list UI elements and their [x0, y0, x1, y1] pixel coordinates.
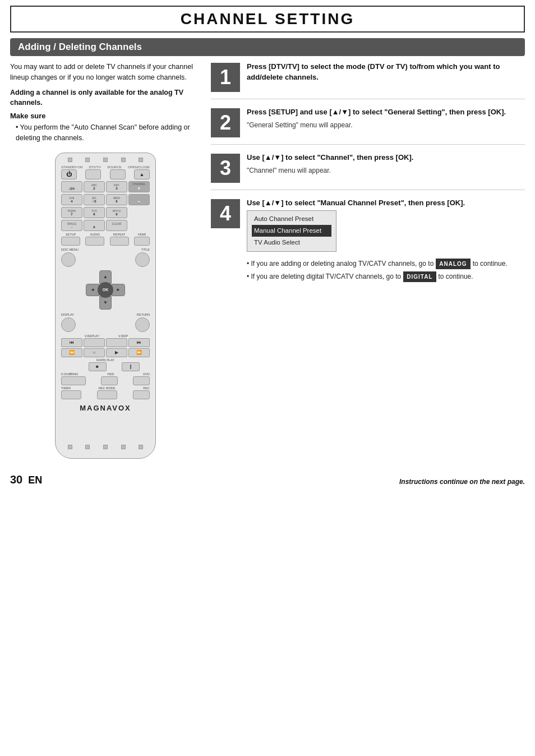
step-3-number: 3	[211, 154, 240, 183]
dpad-down-btn[interactable]: ▼	[99, 296, 112, 310]
step-1-block: 1 Press [DTV/TV] to select the mode (DTV…	[211, 62, 525, 99]
dtv-tv-btn[interactable]	[85, 169, 101, 179]
dvd-btn[interactable]	[133, 376, 150, 385]
note-analog-after: to continue.	[473, 259, 508, 269]
dot	[85, 158, 90, 162]
timer-btn[interactable]	[61, 390, 81, 399]
numpad-4-btn[interactable]: GHI 4	[61, 194, 82, 205]
bold-note: Adding a channel is only available for t…	[10, 87, 201, 109]
transport-row2: ⏪ ○ ▶ ⏩	[61, 348, 150, 357]
note-analog-before: • If you are adding or deleting analog T…	[247, 259, 433, 269]
step-4-content: Use [▲/▼] to select "Manual Channel Pres…	[247, 198, 525, 284]
rec-mode-btn[interactable]	[97, 390, 117, 399]
play-btn[interactable]: ▶	[106, 348, 127, 357]
step-1-content: Press [DTV/TV] to select the mode (DTV o…	[247, 62, 525, 85]
remote-brand: MAGNAVOX	[61, 404, 150, 412]
setup-label: SETUP	[66, 233, 76, 236]
note-digital-before: • If you are deleting digital TV/CATV ch…	[247, 271, 401, 282]
clear-btn[interactable]: CLEAR	[106, 220, 127, 231]
display-return-labels: DISPLAY RETURN	[61, 313, 150, 316]
rec-btn[interactable]	[133, 390, 150, 399]
remote-top-dots	[61, 158, 150, 162]
vreplay-btn[interactable]	[84, 338, 105, 347]
make-sure-heading: Make sure	[10, 112, 201, 120]
display-return-row	[61, 317, 150, 332]
dubbing-btn[interactable]	[61, 376, 86, 385]
numpad-row2: GHI 4 JKL ○5 MNO 6 –	[61, 194, 150, 205]
numpad-empty2-btn	[128, 220, 150, 231]
dot	[85, 445, 90, 449]
prev-btn[interactable]: ⏮	[61, 338, 82, 347]
note-digital-after: to continue.	[439, 271, 473, 282]
page-footer: 30 EN Instructions continue on the next …	[10, 470, 525, 486]
dubbing-labels: D.DUBBING HDD DVD	[61, 372, 150, 376]
numpad-empty-btn	[128, 207, 150, 218]
open-close-btn[interactable]: ▲	[134, 169, 150, 179]
main-content: You may want to add or delete TV channel…	[10, 62, 525, 459]
intro-text: You may want to add or delete TV channel…	[10, 62, 201, 83]
numpad-dot-btn[interactable]: .@±	[61, 181, 82, 192]
step-3-sub: "Channel" menu will appear.	[247, 167, 331, 174]
step-3-block: 3 Use [▲/▼] to select "Channel", then pr…	[211, 153, 525, 190]
dot	[121, 445, 126, 449]
stop-btn[interactable]: ■	[89, 362, 107, 371]
record-row: ■ ‖	[61, 362, 150, 371]
dpad-right-btn[interactable]: ►	[112, 284, 125, 296]
right-column: 1 Press [DTV/TV] to select the mode (DTV…	[211, 62, 525, 459]
disc-menu-btn[interactable]	[61, 252, 76, 267]
numpad-9-btn[interactable]: WXYZ 9	[106, 207, 127, 218]
repeat-btn[interactable]	[110, 237, 129, 246]
step-2-content: Press [SETUP] and use [▲/▼] to select "G…	[247, 107, 525, 130]
numpad-row1: .@± ABC 2 DEF 3 CHANNEL +	[61, 181, 150, 192]
standby-btn[interactable]: ⏻	[61, 169, 77, 179]
return-btn[interactable]	[135, 317, 150, 332]
stop-circle-btn[interactable]: ○	[84, 348, 105, 357]
pause-btn[interactable]: ‖	[122, 362, 140, 371]
top-btn-row: ⏻ ▲	[61, 169, 150, 179]
top-label-row: STANDBY-ON DTV/TV SOURCE OPEN/CLOSE	[61, 165, 150, 169]
audio-btn[interactable]	[85, 237, 104, 246]
next-btn[interactable]: ⏭	[128, 338, 150, 347]
numpad-7-btn[interactable]: PQRS 7	[61, 207, 82, 218]
numpad-2-btn[interactable]: ABC 2	[84, 181, 105, 192]
page-title: CHANNEL SETTING	[11, 10, 524, 28]
setup-btn[interactable]	[61, 237, 80, 246]
vskip-btn[interactable]	[106, 338, 127, 347]
numpad-5-btn[interactable]: JKL ○5	[84, 194, 105, 205]
fwd-btn[interactable]: ⏩	[128, 348, 150, 357]
hdd-btn[interactable]	[101, 376, 118, 385]
menu-item-auto[interactable]: Auto Channel Preset	[252, 213, 331, 225]
ok-btn[interactable]: OK	[98, 282, 113, 298]
display-btn[interactable]	[61, 317, 76, 332]
step-2-text: Press [SETUP] and use [▲/▼] to select "G…	[247, 107, 525, 118]
setup-row: SETUP AUDIO REPEAT HDMI	[61, 233, 150, 246]
repeat-label: REPEAT	[113, 233, 126, 236]
disc-menu-row	[61, 252, 150, 267]
numpad-0-btn[interactable]: 0	[84, 220, 105, 231]
bullet-text: • You perform the "Auto Channel Scan" be…	[10, 122, 201, 144]
dpad: ▲ ◄ OK ► ▼	[86, 270, 125, 310]
hdmi-btn[interactable]	[134, 237, 150, 246]
menu-item-audio[interactable]: TV Audio Select	[252, 237, 331, 248]
rew-btn[interactable]: ⏪	[61, 348, 82, 357]
step-4-block: 4 Use [▲/▼] to select "Manual Channel Pr…	[211, 198, 525, 291]
source-btn[interactable]	[110, 169, 126, 179]
step-2-block: 2 Press [SETUP] and use [▲/▼] to select …	[211, 107, 525, 145]
rapid-play-label: RAPID PLAY	[61, 358, 150, 362]
channel-minus-btn[interactable]: –	[128, 194, 150, 205]
step-4-number: 4	[211, 199, 240, 228]
continue-label: Instructions continue on the next page.	[399, 478, 525, 486]
note-analog: • If you are adding or deleting analog T…	[247, 259, 525, 269]
title-btn[interactable]	[135, 252, 150, 267]
step-1-number: 1	[211, 63, 240, 92]
note-digital: • If you are deleting digital TV/CATV ch…	[247, 271, 525, 282]
menu-item-manual[interactable]: Manual Channel Preset	[252, 225, 331, 237]
space-btn[interactable]: SPACE ·	[61, 220, 82, 231]
continue-text: Instructions continue on the next page.	[399, 476, 525, 486]
dot	[68, 445, 72, 449]
digital-badge: DIGITAL	[403, 271, 436, 282]
numpad-6-btn[interactable]: MNO 6	[106, 194, 127, 205]
channel-plus-btn[interactable]: CHANNEL +	[128, 181, 150, 192]
numpad-8-btn[interactable]: TUV 8	[84, 207, 105, 218]
numpad-3-btn[interactable]: DEF 3	[106, 181, 127, 192]
